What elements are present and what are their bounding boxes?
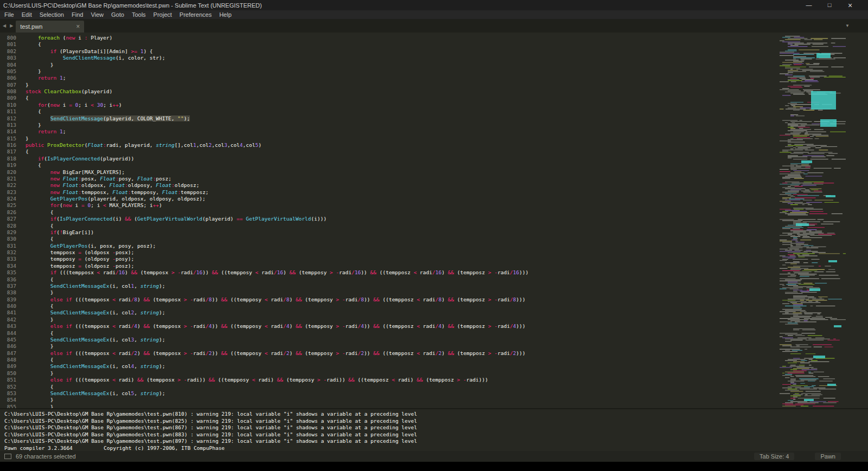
code-line-852[interactable]: 852 { [0,384,780,390]
line-number[interactable]: 816 [0,142,16,149]
line-number[interactable]: 812 [0,115,16,122]
code-line-810[interactable]: 810 for(new i = 0; i < 30; i++) [0,102,780,108]
code-line-841[interactable]: 841 SendClientMessageEx(i, col2, string)… [0,309,780,316]
panel-toggle-icon[interactable] [4,454,11,459]
line-number[interactable]: 822 [0,182,16,189]
code-line-821[interactable]: 821 new Float:posx, Float:posy, Float:po… [0,176,780,182]
code-line-846[interactable]: 846 } [0,343,780,350]
tab-scroll-left-icon[interactable]: ◀ [3,23,6,28]
tab-overflow-icon[interactable]: ▼ [845,23,850,28]
line-number[interactable]: 813 [0,122,16,128]
line-number[interactable]: 801 [0,41,16,48]
menu-item-tools[interactable]: Tools [128,10,150,19]
line-number[interactable]: 842 [0,317,16,323]
code-line-820[interactable]: 820 new BigEar[MAX_PLAYERS]; [0,169,780,176]
code-line-834[interactable]: 834 tempposz = (oldposz -posz); [0,263,780,269]
line-number[interactable]: 847 [0,350,16,357]
title-bar[interactable]: C:\Users\LUIS-PC\Desktop\GM Base Rp\game… [0,0,868,10]
line-number[interactable]: 811 [0,108,16,115]
code-line-850[interactable]: 850 } [0,370,780,377]
code-line-827[interactable]: 827 if(IsPlayerConnected(i) && (GetPlaye… [0,216,780,222]
line-number[interactable]: 843 [0,323,16,330]
tab-test-pwn[interactable]: test.pwn × [16,21,84,33]
line-number[interactable]: 829 [0,229,16,236]
line-number[interactable]: 807 [0,82,16,88]
code-line-845[interactable]: 845 SendClientMessageEx(i, col3, string)… [0,337,780,343]
line-number[interactable]: 848 [0,357,16,363]
line-number[interactable]: 828 [0,223,16,229]
line-number[interactable]: 824 [0,196,16,202]
code-line-828[interactable]: 828 { [0,223,780,229]
line-number[interactable]: 853 [0,390,16,397]
code-line-818[interactable]: 818 if(IsPlayerConnected(playerid)) [0,156,780,162]
code-line-839[interactable]: 839 else if (((tempposx < radi/8) && (te… [0,296,780,303]
line-number[interactable]: 838 [0,289,16,296]
code-line-811[interactable]: 811 { [0,108,780,115]
code-line-804[interactable]: 804 } [0,62,780,68]
code-line-855[interactable]: 855 } [0,404,780,408]
minimap[interactable] [780,33,849,408]
line-number[interactable]: 854 [0,397,16,403]
line-number[interactable]: 805 [0,68,16,75]
code-line-837[interactable]: 837 SendClientMessageEx(i, col1, string)… [0,283,780,289]
line-number[interactable]: 851 [0,377,16,383]
line-number[interactable]: 833 [0,256,16,262]
code-line-802[interactable]: 802 if (PlayersData[i][Admin] >= 1) { [0,48,780,55]
line-number[interactable]: 823 [0,189,16,196]
code-line-844[interactable]: 844 { [0,330,780,337]
line-number[interactable]: 809 [0,95,16,101]
code-line-838[interactable]: 838 } [0,289,780,296]
code-line-847[interactable]: 847 else if (((tempposx < radi/2) && (te… [0,350,780,357]
line-number[interactable]: 832 [0,249,16,256]
line-number[interactable]: 852 [0,384,16,390]
code-line-853[interactable]: 853 SendClientMessageEx(i, col5, string)… [0,390,780,397]
code-line-849[interactable]: 849 SendClientMessageEx(i, col4, string)… [0,363,780,370]
syntax-mode-indicator[interactable]: Pawn [815,453,841,460]
code-line-801[interactable]: 801 { [0,41,780,48]
menu-item-help[interactable]: Help [215,10,235,19]
menu-item-preferences[interactable]: Preferences [176,10,215,19]
menu-item-file[interactable]: File [1,10,18,19]
code-line-823[interactable]: 823 new Float:tempposx, Float:tempposy, … [0,189,780,196]
code-line-819[interactable]: 819 { [0,162,780,169]
line-number[interactable]: 835 [0,269,16,276]
code-line-803[interactable]: 803 SendClientMessage(i, color, str); [0,55,780,61]
code-line-816[interactable]: 816public ProxDetector(Float:radi, playe… [0,142,780,149]
line-number[interactable]: 844 [0,330,16,337]
line-number[interactable]: 825 [0,202,16,209]
line-number[interactable]: 808 [0,88,16,95]
code-line-842[interactable]: 842 } [0,317,780,323]
code-line-840[interactable]: 840 { [0,303,780,309]
code-line-851[interactable]: 851 else if (((tempposx < radi) && (temp… [0,377,780,383]
line-number[interactable]: 826 [0,209,16,216]
line-number[interactable]: 804 [0,62,16,68]
line-number[interactable]: 814 [0,128,16,135]
line-number[interactable]: 850 [0,370,16,377]
code-line-830[interactable]: 830 { [0,236,780,242]
line-number[interactable]: 841 [0,309,16,316]
line-number[interactable]: 855 [0,404,16,408]
line-number[interactable]: 803 [0,55,16,61]
build-output-panel[interactable]: C:\Users\LUIS-PC\Desktop\GM Base Rp\game… [0,408,868,451]
code-line-806[interactable]: 806 return 1; [0,75,780,81]
code-line-800[interactable]: 800 foreach (new i : Player) [0,35,780,41]
menu-item-selection[interactable]: Selection [36,10,68,19]
line-number[interactable]: 819 [0,162,16,169]
menu-item-find[interactable]: Find [68,10,87,19]
line-number[interactable]: 815 [0,136,16,142]
line-number[interactable]: 817 [0,149,16,155]
code-line-812[interactable]: 812 SendClientMessage(playerid, COLOR_WH… [0,115,780,122]
menu-item-project[interactable]: Project [150,10,176,19]
line-number[interactable]: 800 [0,35,16,41]
line-number[interactable]: 827 [0,216,16,222]
tab-scroll-right-icon[interactable]: ▶ [10,23,13,28]
menu-item-view[interactable]: View [87,10,107,19]
line-number[interactable]: 839 [0,296,16,303]
line-number[interactable]: 806 [0,75,16,81]
code-line-822[interactable]: 822 new Float:oldposx, Float:oldposy, Fl… [0,182,780,189]
code-line-825[interactable]: 825 for(new i = 0; i < MAX_PLAYERS; i++) [0,202,780,209]
line-number[interactable]: 831 [0,243,16,249]
code-line-813[interactable]: 813 } [0,122,780,128]
close-icon[interactable]: × [840,0,860,10]
code-area[interactable]: 800 foreach (new i : Player)801 {802 if … [0,33,780,408]
